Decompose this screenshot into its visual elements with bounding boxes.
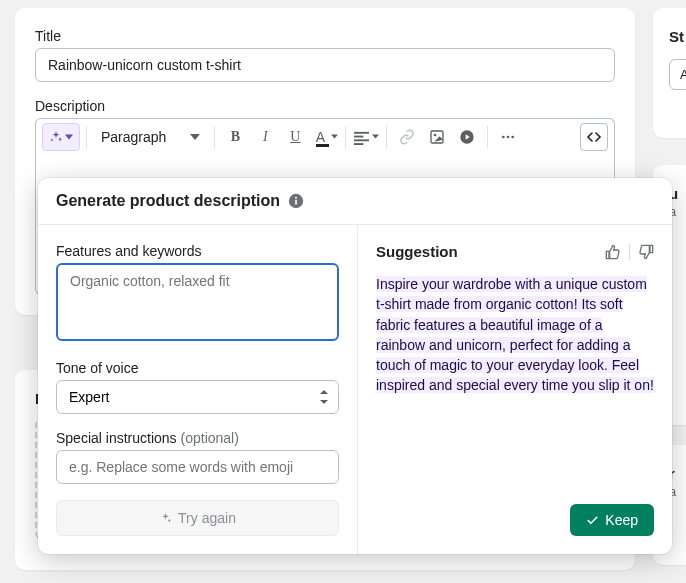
toolbar-separator [214,126,215,148]
link-icon [399,129,415,145]
toolbar-separator [345,126,346,148]
tone-label: Tone of voice [56,360,339,376]
suggestion-text[interactable]: Inspire your wardrobe with a unique cust… [376,274,654,488]
popover-left-panel: Features and keywords Tone of voice Expe… [38,225,358,554]
tone-select[interactable]: Expert [56,380,339,414]
popover-right-panel: Suggestion Inspire your wardrobe with a … [358,225,672,554]
toolbar-separator [386,126,387,148]
special-instructions-input[interactable] [56,450,339,484]
popover-header: Generate product description [38,178,672,225]
keep-label: Keep [605,512,638,528]
keep-button[interactable]: Keep [570,504,654,536]
toolbar-separator [487,126,488,148]
features-label: Features and keywords [56,243,339,259]
image-button[interactable] [423,123,451,151]
status-select[interactable]: A [669,59,686,90]
caret-down-icon [65,133,73,141]
image-icon [429,129,445,145]
toolbar-separator [86,126,87,148]
paragraph-style-label: Paragraph [101,129,166,145]
title-input[interactable] [35,48,615,82]
code-icon [586,129,602,145]
try-again-button[interactable]: Try again [56,500,339,536]
try-again-label: Try again [178,510,236,526]
video-button[interactable] [453,123,481,151]
link-button[interactable] [393,123,421,151]
info-icon[interactable] [288,193,304,209]
thumbs-up-icon[interactable] [605,244,621,260]
sparkle-icon [159,512,172,525]
svg-point-5 [434,134,437,137]
text-color-button[interactable]: A [311,123,339,151]
popover-title: Generate product description [56,192,280,210]
thumbs-down-icon[interactable] [638,244,654,260]
svg-rect-0 [354,131,369,133]
italic-button[interactable]: I [251,123,279,151]
ai-generate-button[interactable] [42,123,80,151]
status-heading: St [669,28,686,45]
special-instructions-label: Special instructions (optional) [56,430,339,446]
more-button[interactable] [494,123,522,151]
caret-down-icon [372,134,379,139]
caret-down-icon [331,134,338,139]
dots-horizontal-icon [500,129,516,145]
align-button[interactable] [352,123,380,151]
sparkle-icon [49,130,63,144]
features-input[interactable] [56,263,339,341]
svg-rect-2 [354,139,369,141]
paragraph-style-select[interactable]: Paragraph [93,123,208,151]
status-card: St A [653,8,686,138]
caret-down-icon [190,134,200,140]
align-left-icon [354,130,369,145]
svg-point-9 [512,136,515,139]
underline-button[interactable]: U [281,123,309,151]
description-label: Description [35,98,615,114]
thumbs-separator [629,244,630,260]
svg-rect-4 [431,131,443,143]
svg-rect-3 [354,143,363,145]
play-circle-icon [459,129,475,145]
svg-rect-1 [354,135,363,137]
generate-description-popover: Generate product description Features an… [38,178,672,554]
title-label: Title [35,28,615,44]
editor-toolbar: Paragraph B I U A [35,118,615,155]
suggestion-heading: Suggestion [376,243,458,260]
svg-point-8 [507,136,510,139]
svg-point-7 [502,136,505,139]
check-icon [586,514,599,527]
feedback-controls [605,244,654,260]
html-view-button[interactable] [580,123,608,151]
svg-point-12 [295,197,297,199]
svg-rect-11 [295,200,297,205]
bold-button[interactable]: B [221,123,249,151]
